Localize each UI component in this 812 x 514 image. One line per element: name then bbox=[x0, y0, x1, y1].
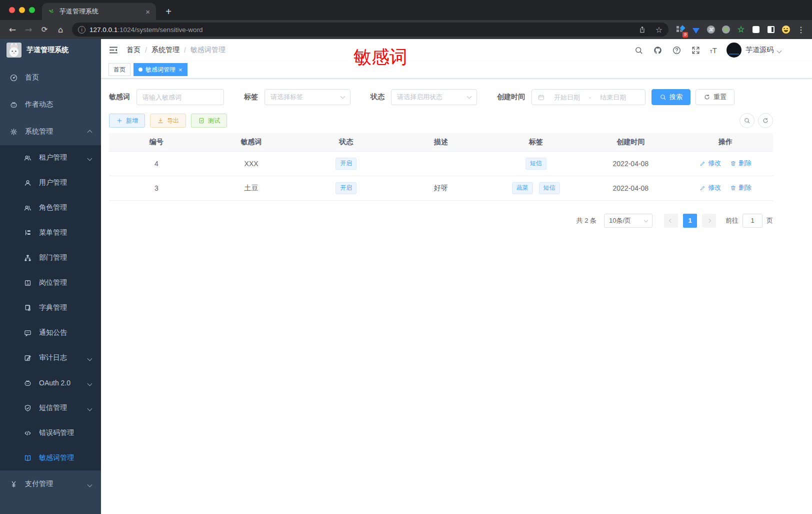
date-range-picker[interactable]: - bbox=[532, 89, 646, 105]
sidebar-collapse-icon[interactable] bbox=[108, 45, 118, 55]
new-tab-button[interactable]: + bbox=[161, 4, 176, 19]
goto-page-input[interactable] bbox=[742, 214, 762, 228]
sidebar-logo[interactable]: 芋道管理系统 bbox=[0, 39, 101, 61]
tab-title: 芋道管理系统 bbox=[60, 7, 141, 16]
col-word: 敏感词 bbox=[204, 133, 299, 151]
close-icon[interactable]: × bbox=[178, 66, 182, 74]
search-icon[interactable] bbox=[634, 46, 644, 55]
url-text[interactable]: 127.0.0.1:1024/system/sensitive-word bbox=[90, 26, 632, 34]
sidebar-item-post-mgmt[interactable]: 岗位管理 bbox=[0, 270, 101, 295]
delete-link[interactable]: 删除 bbox=[730, 159, 752, 168]
status-select[interactable]: 请选择启用状态 bbox=[391, 89, 477, 105]
sidebar-item-home[interactable]: 首页 bbox=[0, 64, 101, 91]
sidebar-item-author-news[interactable]: 作者动态 bbox=[0, 91, 101, 118]
search-button[interactable]: 搜索 bbox=[652, 89, 690, 105]
sidebar-item-sms-mgmt[interactable]: 短信管理 bbox=[0, 395, 101, 420]
extension-puzzle-icon[interactable] bbox=[752, 26, 760, 34]
browser-menu-icon[interactable]: ⋮ bbox=[795, 25, 807, 35]
site-info-icon[interactable]: i bbox=[78, 26, 86, 34]
col-status: 状态 bbox=[298, 133, 394, 151]
browser-tab[interactable]: 芋道管理系统 × bbox=[42, 3, 156, 20]
sidebar-item-payment-mgmt[interactable]: 支付管理 bbox=[0, 470, 101, 497]
active-dot bbox=[138, 68, 142, 72]
current-page-button[interactable]: 1 bbox=[683, 214, 697, 228]
sidebar-item-label: 角色管理 bbox=[39, 203, 67, 212]
sidebar-item-user-mgmt[interactable]: 用户管理 bbox=[0, 170, 101, 195]
window-maximize-button[interactable] bbox=[29, 7, 35, 13]
back-icon[interactable]: ← bbox=[5, 22, 20, 37]
goto-label: 前往 bbox=[726, 216, 738, 225]
sidebar-item-dict-mgmt[interactable]: 字典管理 bbox=[0, 295, 101, 320]
extension-grid-icon[interactable]: 9 bbox=[676, 26, 685, 34]
address-bar[interactable]: i 127.0.0.1:1024/system/sensitive-word ☆ bbox=[72, 23, 668, 37]
share-icon[interactable] bbox=[636, 23, 648, 36]
tab-home[interactable]: 首页 bbox=[108, 63, 130, 76]
chevron-down-icon bbox=[467, 94, 472, 99]
sidebar-item-tenant-mgmt[interactable]: 租户管理 bbox=[0, 145, 101, 170]
delete-link[interactable]: 删除 bbox=[730, 183, 752, 192]
reload-icon[interactable]: ⟳ bbox=[37, 22, 52, 37]
users-icon bbox=[24, 204, 32, 212]
refresh-table-button[interactable] bbox=[758, 113, 773, 128]
date-start-input[interactable] bbox=[548, 94, 586, 101]
date-end-input[interactable] bbox=[594, 94, 632, 101]
extension-star-icon[interactable] bbox=[736, 26, 745, 34]
side-panel-icon[interactable] bbox=[766, 26, 775, 34]
sidebar-item-role-mgmt[interactable]: 角色管理 bbox=[0, 195, 101, 220]
test-button[interactable]: 测试 bbox=[191, 114, 227, 128]
keyword-input[interactable] bbox=[142, 94, 218, 101]
edit-link[interactable]: 修改 bbox=[700, 183, 721, 192]
col-actions: 操作 bbox=[678, 133, 773, 151]
tag-badge: 短信 bbox=[526, 158, 546, 170]
open-book-icon bbox=[24, 454, 32, 462]
sidebar-item-sensitive-word[interactable]: 敏感词管理 bbox=[0, 445, 101, 470]
window-close-button[interactable] bbox=[9, 7, 15, 13]
sidebar-item-label: 首页 bbox=[25, 73, 39, 82]
cell-id: 4 bbox=[109, 151, 204, 176]
tag-select[interactable]: 请选择标签 bbox=[264, 89, 350, 105]
profile-avatar-icon[interactable] bbox=[782, 26, 790, 34]
window-minimize-button[interactable] bbox=[19, 7, 25, 13]
sidebar-item-error-code[interactable]: 错误码管理 bbox=[0, 420, 101, 445]
sidebar-item-oauth[interactable]: OAuth 2.0 bbox=[0, 370, 101, 395]
extension-command-icon[interactable]: ⌘ bbox=[706, 26, 715, 34]
export-button[interactable]: 导出 bbox=[150, 114, 186, 128]
github-icon[interactable] bbox=[653, 46, 662, 55]
forward-icon[interactable]: → bbox=[21, 22, 36, 37]
status-badge: 开启 bbox=[336, 158, 356, 170]
prev-page-button[interactable] bbox=[664, 214, 678, 228]
help-icon[interactable] bbox=[672, 46, 682, 55]
extension-record-icon[interactable] bbox=[722, 26, 730, 34]
add-button[interactable]: 新增 bbox=[109, 114, 145, 128]
tag-badge: 短信 bbox=[539, 182, 560, 194]
page-size-select[interactable]: 10条/页 bbox=[604, 214, 652, 228]
sidebar-item-label: 短信管理 bbox=[39, 403, 67, 412]
tab-sensitive-word[interactable]: 敏感词管理 × bbox=[134, 63, 188, 76]
font-size-icon[interactable]: тT bbox=[710, 46, 717, 55]
home-icon[interactable]: ⌂ bbox=[53, 22, 68, 37]
toggle-search-button[interactable] bbox=[740, 113, 754, 128]
user-menu[interactable]: 芋道源码 bbox=[726, 43, 781, 58]
fullscreen-icon[interactable] bbox=[691, 46, 700, 55]
extension-funnel-icon[interactable] bbox=[692, 26, 700, 34]
edit-icon bbox=[700, 160, 706, 167]
sidebar-item-menu-mgmt[interactable]: 菜单管理 bbox=[0, 220, 101, 245]
breadcrumb-system[interactable]: 系统管理 bbox=[152, 46, 180, 55]
sidebar-item-audit-log[interactable]: 审计日志 bbox=[0, 345, 101, 370]
status-badge: 开启 bbox=[336, 182, 356, 194]
sidebar-item-system-mgmt[interactable]: 系统管理 bbox=[0, 118, 101, 145]
user-avatar[interactable] bbox=[726, 43, 742, 58]
sidebar-item-label: 系统管理 bbox=[25, 127, 53, 136]
reset-button[interactable]: 重置 bbox=[696, 89, 734, 105]
breadcrumb-home[interactable]: 首页 bbox=[126, 46, 140, 55]
sidebar-item-notice[interactable]: 通知公告 bbox=[0, 320, 101, 345]
dashboard-icon bbox=[10, 74, 18, 82]
refresh-icon bbox=[704, 94, 710, 101]
bookmark-star-icon[interactable]: ☆ bbox=[652, 23, 666, 36]
sidebar-item-label: 租户管理 bbox=[39, 153, 67, 162]
tag-label: 标签 bbox=[244, 93, 258, 102]
next-page-button[interactable] bbox=[702, 214, 716, 228]
edit-link[interactable]: 修改 bbox=[700, 159, 721, 168]
tab-close-icon[interactable]: × bbox=[146, 8, 150, 16]
sidebar-item-dept-mgmt[interactable]: 部门管理 bbox=[0, 245, 101, 270]
